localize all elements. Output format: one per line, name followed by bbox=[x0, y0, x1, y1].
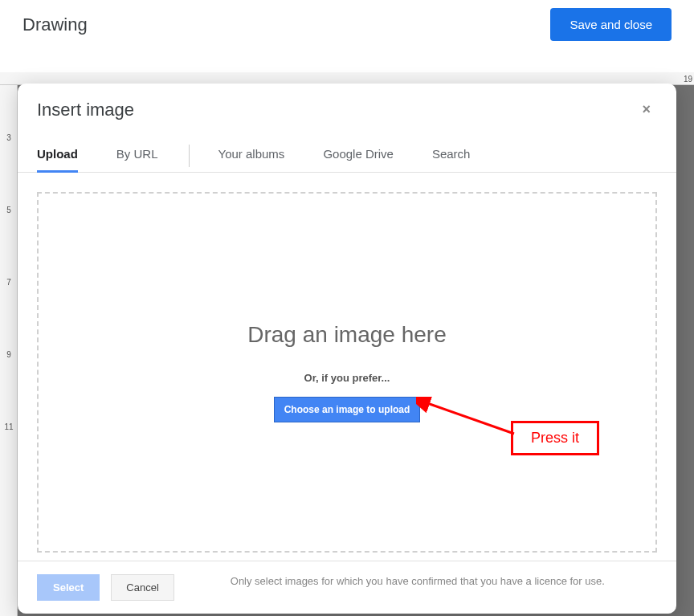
choose-image-button[interactable]: Choose an image to upload bbox=[274, 397, 421, 422]
drawing-title: Drawing bbox=[22, 14, 88, 35]
modal-header: Insert image × bbox=[18, 84, 676, 124]
ruler-h-right-label: 19 bbox=[684, 75, 692, 84]
modal-title: Insert image bbox=[37, 100, 134, 120]
modal-tabs: Upload By URL Your albums Google Drive S… bbox=[18, 124, 676, 173]
close-icon[interactable]: × bbox=[635, 98, 657, 121]
select-button[interactable]: Select bbox=[37, 574, 100, 601]
upload-drop-area[interactable]: Drag an image here Or, if you prefer... … bbox=[37, 192, 657, 553]
ruler-tick: 11 bbox=[3, 422, 14, 431]
drag-here-text: Drag an image here bbox=[247, 322, 446, 348]
ruler-tick: 5 bbox=[3, 206, 14, 214]
modal-footer: Select Cancel Only select images for whi… bbox=[18, 561, 676, 614]
tab-your-albums[interactable]: Your albums bbox=[218, 139, 285, 172]
tab-google-drive[interactable]: Google Drive bbox=[323, 139, 394, 172]
tab-upload[interactable]: Upload bbox=[37, 139, 78, 172]
tab-by-url[interactable]: By URL bbox=[116, 139, 158, 172]
drawing-header: Drawing Save and close bbox=[0, 0, 694, 49]
insert-image-modal: Insert image × Upload By URL Your albums… bbox=[18, 84, 676, 614]
licence-text: Only select images for which you have co… bbox=[231, 574, 605, 589]
ruler-tick: 3 bbox=[3, 133, 14, 142]
save-and-close-button[interactable]: Save and close bbox=[550, 8, 672, 41]
vertical-ruler: 3 5 7 9 11 bbox=[0, 85, 18, 616]
ruler-tick: 9 bbox=[3, 350, 14, 359]
ruler-tick: 7 bbox=[3, 278, 14, 287]
cancel-button[interactable]: Cancel bbox=[111, 574, 174, 601]
tab-search[interactable]: Search bbox=[432, 139, 471, 172]
annotation-press-it: Press it bbox=[511, 421, 599, 455]
tab-separator bbox=[189, 145, 190, 167]
or-prefer-text: Or, if you prefer... bbox=[304, 372, 390, 384]
